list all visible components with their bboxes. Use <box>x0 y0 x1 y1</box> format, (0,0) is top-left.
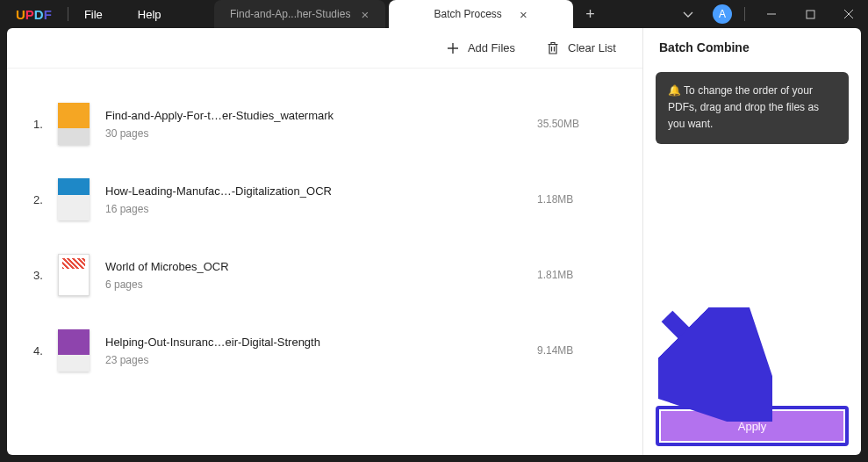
file-size: 35.50MB <box>537 118 625 130</box>
list-item[interactable]: 1. Find-and-Apply-For-t…er-Studies_water… <box>33 86 625 162</box>
file-pages: 23 pages <box>105 354 537 366</box>
panel-title: Batch Combine <box>659 40 849 54</box>
item-number: 1. <box>33 118 58 131</box>
tab-label: Find-and-Ap...her-Studies <box>230 8 350 20</box>
tip-box: 🔔 To change the order of your PDFs, drag… <box>656 72 849 144</box>
menu-help[interactable]: Help <box>138 8 161 21</box>
app-logo: UPDF <box>16 7 52 22</box>
file-meta: World of Microbes_OCR 6 pages <box>105 260 537 291</box>
main-panel: Add Files Clear List 1. Find-and-Apply-F… <box>7 28 643 455</box>
dropdown-icon[interactable] <box>669 0 707 28</box>
file-name: Helping-Out-Insuranc…eir-Digital-Strengt… <box>105 336 537 349</box>
content-area: Add Files Clear List 1. Find-and-Apply-F… <box>0 28 868 462</box>
divider <box>68 7 68 21</box>
file-name: How-Leading-Manufac…-Digitalization_OCR <box>105 184 537 198</box>
list-item[interactable]: 2. How-Leading-Manufac…-Digitalization_O… <box>33 162 625 237</box>
tab-document[interactable]: Find-and-Ap...her-Studies × <box>214 0 385 28</box>
file-name: World of Microbes_OCR <box>105 260 537 273</box>
window-controls: A <box>669 0 868 28</box>
close-icon[interactable]: × <box>361 8 369 21</box>
apply-button[interactable]: Apply <box>661 411 843 441</box>
close-button[interactable] <box>829 0 868 28</box>
file-pages: 6 pages <box>105 278 537 291</box>
file-pages: 30 pages <box>105 127 537 140</box>
close-icon[interactable]: × <box>520 8 527 21</box>
tabs: Find-and-Ap...her-Studies × Batch Proces… <box>214 0 605 28</box>
item-number: 2. <box>33 193 58 206</box>
tab-label: Batch Process <box>434 8 502 20</box>
item-number: 4. <box>33 344 58 357</box>
file-pages: 16 pages <box>105 203 537 215</box>
file-thumbnail <box>58 178 90 220</box>
app-window: UPDF File Help Find-and-Ap...her-Studies… <box>0 0 868 462</box>
titlebar: UPDF File Help Find-and-Ap...her-Studies… <box>0 0 868 28</box>
user-avatar[interactable]: A <box>713 4 732 24</box>
new-tab-button[interactable]: + <box>577 0 605 28</box>
file-thumbnail <box>58 329 90 372</box>
file-meta: Helping-Out-Insuranc…eir-Digital-Strengt… <box>105 336 537 366</box>
file-thumbnail <box>58 254 90 296</box>
file-list: 1. Find-and-Apply-For-t…er-Studies_water… <box>7 69 642 455</box>
item-number: 3. <box>33 269 58 282</box>
file-size: 1.81MB <box>537 269 625 281</box>
list-item[interactable]: 3. World of Microbes_OCR 6 pages 1.81MB <box>33 237 625 313</box>
file-size: 9.14MB <box>537 344 625 357</box>
side-panel: Batch Combine 🔔 To change the order of y… <box>643 28 861 455</box>
clear-list-button[interactable]: Clear List <box>547 41 616 55</box>
apply-highlight: Apply <box>656 406 849 446</box>
file-name: Find-and-Apply-For-t…er-Studies_watermar… <box>105 109 537 122</box>
file-thumbnail <box>58 103 90 145</box>
menu-file[interactable]: File <box>84 8 103 21</box>
divider <box>744 7 745 21</box>
add-files-button[interactable]: Add Files <box>447 41 515 54</box>
button-label: Clear List <box>568 41 616 54</box>
file-meta: How-Leading-Manufac…-Digitalization_OCR … <box>105 184 537 215</box>
list-item[interactable]: 4. Helping-Out-Insuranc…eir-Digital-Stre… <box>33 313 625 388</box>
button-label: Add Files <box>468 41 515 54</box>
toolbar: Add Files Clear List <box>7 28 642 69</box>
file-size: 1.18MB <box>537 193 625 206</box>
maximize-button[interactable] <box>791 0 829 28</box>
svg-rect-1 <box>807 11 814 18</box>
file-meta: Find-and-Apply-For-t…er-Studies_watermar… <box>105 109 537 140</box>
tab-batch-process[interactable]: Batch Process × <box>389 0 573 28</box>
minimize-button[interactable] <box>752 0 791 28</box>
content-inner: Add Files Clear List 1. Find-and-Apply-F… <box>7 28 861 455</box>
